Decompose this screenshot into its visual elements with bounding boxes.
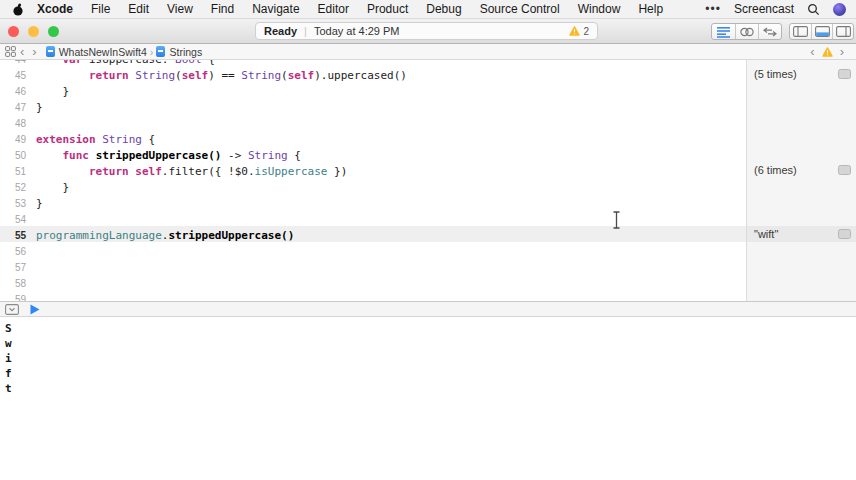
menu-item-file[interactable]: File <box>82 2 119 16</box>
playground-result-line-45: (5 times) <box>747 66 856 82</box>
jump-bar: ‹ › WhatsNewInSwift4 › Strings ‹ › <box>0 44 856 60</box>
menu-item-product[interactable]: Product <box>358 2 417 16</box>
code-line-45[interactable]: 45 return String(self) == String(self).u… <box>0 66 744 82</box>
breadcrumb-project[interactable]: WhatsNewInSwift4 <box>46 46 147 58</box>
playground-page-icon <box>156 46 165 57</box>
breadcrumb-project-label: WhatsNewInSwift4 <box>59 46 147 58</box>
source-editor[interactable]: 44 var isUppercase: Bool {45 return Stri… <box>0 60 856 301</box>
spotlight-search-icon[interactable] <box>807 3 820 16</box>
code-line-47[interactable]: 47} <box>0 98 744 114</box>
console-output-line: w <box>5 336 856 351</box>
line-number: 59 <box>0 292 26 301</box>
status-detail: Today at 4:29 PM <box>314 25 400 37</box>
breadcrumb-page-label: Strings <box>169 46 202 58</box>
code-line-53[interactable]: 53} <box>0 194 744 210</box>
warning-counter[interactable]: 2 <box>569 26 589 37</box>
menu-extras-icon[interactable]: ••• <box>705 2 721 16</box>
toggle-debug-area-button[interactable] <box>811 24 832 39</box>
menu-items-left: XcodeFileEditViewFindNavigateEditorProdu… <box>28 2 672 16</box>
menu-item-window[interactable]: Window <box>569 2 630 16</box>
code-line-59[interactable]: 59 <box>0 290 744 301</box>
panel-toggle-control <box>789 23 854 40</box>
playground-results-sidebar: (5 times)(6 times)"wift" <box>746 60 856 301</box>
xcode-window: XcodeFileEditViewFindNavigateEditorProdu… <box>0 0 856 480</box>
activity-viewer: Ready | Today at 4:29 PM 2 <box>255 22 598 40</box>
menu-item-source-control[interactable]: Source Control <box>471 2 569 16</box>
assistant-editor-button[interactable] <box>735 24 758 39</box>
zoom-window-button[interactable] <box>48 26 59 37</box>
toggle-inspectors-button[interactable] <box>832 24 853 39</box>
breadcrumb-separator: › <box>150 46 154 58</box>
menu-item-navigate[interactable]: Navigate <box>243 2 308 16</box>
breadcrumb-page[interactable]: Strings <box>156 46 202 58</box>
close-window-button[interactable] <box>8 26 19 37</box>
show-result-button[interactable] <box>838 165 851 175</box>
menu-bar: XcodeFileEditViewFindNavigateEditorProdu… <box>0 0 856 19</box>
code-line-48[interactable]: 48 <box>0 114 744 130</box>
hide-console-button[interactable] <box>5 304 19 315</box>
result-value: (5 times) <box>754 68 838 80</box>
menu-item-debug[interactable]: Debug <box>417 2 470 16</box>
status-separator: | <box>304 25 307 37</box>
code-text: } <box>36 181 69 194</box>
window-controls <box>8 26 59 37</box>
version-editor-button[interactable] <box>758 24 781 39</box>
warning-triangle-icon <box>822 47 833 57</box>
code-text: return String(self) == String(self).uppe… <box>36 69 407 82</box>
go-back-button[interactable]: ‹ <box>16 45 28 58</box>
code-line-58[interactable]: 58 <box>0 274 744 290</box>
code-line-55[interactable]: 55programmingLanguage.strippedUppercase(… <box>0 226 744 242</box>
code-line-46[interactable]: 46 } <box>0 82 744 98</box>
toggle-navigator-button[interactable] <box>790 24 811 39</box>
code-line-52[interactable]: 52 } <box>0 178 744 194</box>
code-line-50[interactable]: 50 func strippedUppercase() -> String { <box>0 146 744 162</box>
menu-item-xcode[interactable]: Xcode <box>28 2 82 16</box>
siri-icon[interactable] <box>833 3 846 16</box>
code-line-56[interactable]: 56 <box>0 242 744 258</box>
run-playground-button[interactable] <box>30 304 40 315</box>
console-output[interactable]: Swift <box>0 317 856 480</box>
show-result-button[interactable] <box>838 69 851 79</box>
playground-result-line-55: "wift" <box>747 226 856 242</box>
code-line-49[interactable]: 49extension String { <box>0 130 744 146</box>
console-output-line: t <box>5 381 856 396</box>
next-issue-button[interactable]: › <box>836 45 848 58</box>
console-output-line: i <box>5 351 856 366</box>
warning-count: 2 <box>583 26 589 37</box>
status-state: Ready <box>264 25 297 37</box>
text-cursor-pointer <box>612 211 621 229</box>
code-text: extension String { <box>36 133 155 146</box>
code-text: programmingLanguage.strippedUppercase() <box>36 229 294 242</box>
menu-item-help[interactable]: Help <box>629 2 672 16</box>
result-value: "wift" <box>754 228 838 240</box>
previous-issue-button[interactable]: ‹ <box>806 45 818 58</box>
console-output-line: S <box>5 321 856 336</box>
menu-item-screencast[interactable]: Screencast <box>734 2 794 16</box>
code-text: } <box>36 197 43 210</box>
menu-item-edit[interactable]: Edit <box>119 2 158 16</box>
menu-item-view[interactable]: View <box>158 2 202 16</box>
debug-bar <box>0 301 856 317</box>
result-value: (6 times) <box>754 164 838 176</box>
code-text: } <box>36 101 43 114</box>
code-text: } <box>36 85 69 98</box>
show-result-button[interactable] <box>838 229 851 239</box>
code-line-57[interactable]: 57 <box>0 258 744 274</box>
code-text: func strippedUppercase() -> String { <box>36 149 301 162</box>
minimize-window-button[interactable] <box>28 26 39 37</box>
related-items-icon[interactable] <box>5 46 16 57</box>
console-output-line: f <box>5 366 856 381</box>
menu-item-find[interactable]: Find <box>202 2 243 16</box>
playground-result-line-51: (6 times) <box>747 162 856 178</box>
code-line-54[interactable]: 54 <box>0 210 744 226</box>
apple-menu-icon[interactable] <box>12 3 24 16</box>
go-forward-button[interactable]: › <box>28 45 40 58</box>
playground-file-icon <box>46 46 55 57</box>
standard-editor-button[interactable] <box>712 24 735 39</box>
toolbar: Ready | Today at 4:29 PM 2 <box>0 19 856 44</box>
menu-item-editor[interactable]: Editor <box>309 2 358 16</box>
editor-mode-control <box>711 23 782 40</box>
code-text: return self.filter({ !$0.isUppercase }) <box>36 165 347 178</box>
code-line-51[interactable]: 51 return self.filter({ !$0.isUppercase … <box>0 162 744 178</box>
issue-navigation: ‹ › <box>806 45 848 58</box>
